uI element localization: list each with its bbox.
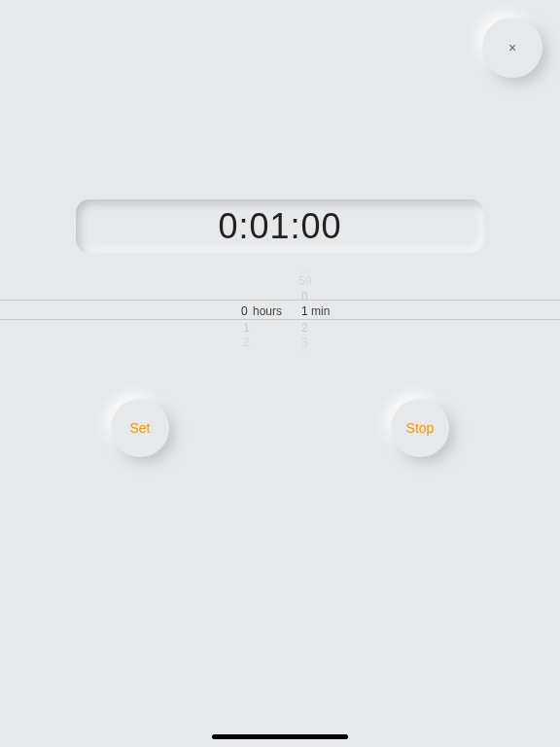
home-indicator <box>212 734 348 739</box>
picker-min-selected: 1 <box>301 304 308 318</box>
picker-min-item: 0 <box>301 290 308 303</box>
picker-hours-selected: 0 <box>241 304 248 318</box>
time-display: 0:01:00 <box>76 199 484 253</box>
picker-hours-item: 1 <box>243 321 250 335</box>
picker-hours-label: hours <box>253 304 282 318</box>
close-button[interactable]: × <box>482 18 542 78</box>
picker-min-item: 4 <box>301 351 308 358</box>
set-button[interactable]: Set <box>111 399 169 457</box>
time-value: 0:01:00 <box>218 206 341 247</box>
close-icon: × <box>508 40 516 55</box>
time-picker[interactable]: 58 59 0 0 hours 1 min 1 2 2 3 4 <box>0 261 560 358</box>
picker-min-item: 59 <box>298 274 311 288</box>
stop-button[interactable]: Stop <box>391 399 449 457</box>
picker-hours-item: 2 <box>243 336 250 349</box>
set-button-label: Set <box>129 420 150 436</box>
stop-button-label: Stop <box>406 420 435 436</box>
picker-min-item: 2 <box>301 321 308 335</box>
picker-min-label: min <box>311 304 330 318</box>
picker-min-item: 3 <box>301 336 308 349</box>
